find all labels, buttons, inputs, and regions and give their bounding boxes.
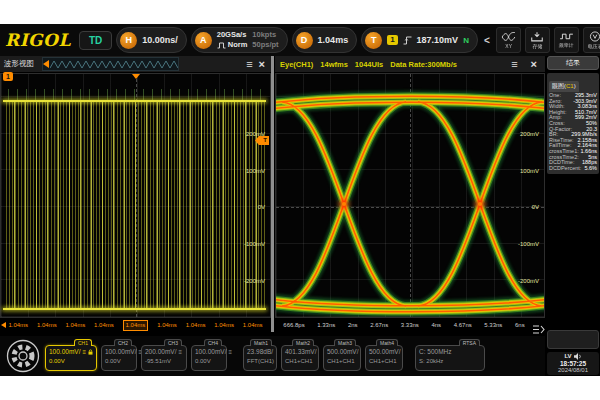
time-label-trigger[interactable]: 1.04ms [123,320,149,331]
results-body: 眼图(C1) One:295.3mV Zero:-303.9mV Width:3… [547,73,599,174]
waveform-trace [4,101,265,309]
math-tile-math4[interactable]: Math4 500.00mV/ CH1+CH1 [365,345,403,371]
eye-time-label: 2ns [348,322,358,328]
gear-icon [6,339,40,373]
eye-time-label: 4ns [431,322,441,328]
trigger-level-value: 187.10mV [417,35,459,45]
eye-time-label: 666.8ps [283,322,304,328]
wave-vlabel: 100mV [246,168,265,175]
memory-depth: 10kpts [252,30,278,40]
math-tile-math2[interactable]: Math2 401.33mV/ CH1+CH1 [281,345,319,371]
channel-tile-ch3[interactable]: CH3 200.00mV/≡ -95.51mV [141,345,187,371]
results-tab-eye[interactable]: 眼图(C1) [549,81,579,92]
toolbar-button-xy[interactable]: XY [496,27,521,53]
math-tile-math1[interactable]: Math1 23.98dB/ FFT(CH1) [243,345,277,371]
toolbar-button-voltmeter[interactable]: 电压表 [583,27,600,53]
settings-gear-button[interactable] [5,338,41,374]
rigol-logo: RIGOL [5,30,71,50]
eye-menu-icon[interactable]: ≡ [508,58,520,70]
eye-data-rate: Data Rate:300Mb/s [390,60,457,69]
save-icon [530,31,544,42]
trigger-pill[interactable]: T 1 187.10mV N [361,27,478,53]
eye-diagram-grid[interactable]: 200mV 100mV 0V -100mV -200mV [275,73,545,318]
time-label: 1.04ms [243,322,263,328]
eye-time-label: 6ns [515,322,525,328]
eye-panel-header: Eye(CH1) 14wfms 1044UIs Data Rate:300Mb/… [275,56,545,73]
toolbar-button-storage[interactable]: 存储 [525,27,550,53]
time-label: 1.04ms [214,322,234,328]
bottom-channel-bar: CH1 100.00mV/≡ 0.00V CH2 100.00mV/≡ 0.00… [0,336,545,376]
xy-icon [501,32,516,42]
time-label: 1.04ms [8,322,28,328]
wave-vlabel: 0V [258,204,265,211]
waveform-noise [4,89,265,100]
lock-icon [88,349,93,355]
waveform-menu-icon[interactable]: ≡ [243,58,255,70]
eye-time-label: 2.67ns [370,322,388,328]
eye-uis: 1044UIs [355,60,383,69]
channel-tile-ch1[interactable]: CH1 100.00mV/≡ 0.00V [45,345,97,371]
bw-limit-icon: ≡ [228,349,232,355]
channel1-tag[interactable]: 1 [3,72,13,81]
timebase-preview-strip[interactable] [42,57,179,71]
toolbar-prev-arrow[interactable]: < [482,35,492,46]
eye-time-label: 4.67ns [454,322,472,328]
trigger-mode-badge[interactable]: TD [79,31,112,50]
speaker-icon [574,353,582,360]
time-label: 1.04ms [66,322,86,328]
expand-menu-icon [532,325,545,334]
eye-vlabel: 200mV [520,131,539,138]
results-panel: 结果 眼图(C1) One:295.3mV Zero:-303.9mV Widt… [547,56,599,174]
preview-left-arrow-icon [43,60,49,68]
waveform-close-icon[interactable]: × [256,58,268,70]
eye-vlabel: 100mV [520,168,539,175]
results-header[interactable]: 结果 [547,56,599,70]
rising-edge-icon [403,36,412,45]
time-label: 1.04ms [186,322,206,328]
eye-wfms: 14wfms [320,60,348,69]
waveform-bottom-rail [3,308,266,310]
wave-vlabel: -200mV [244,278,265,285]
bw-limit-icon: ≡ [82,349,86,355]
eye-vlabel: -100mV [518,241,539,248]
clock-time: 18:57:25 [560,360,586,367]
eye-time-label: 5.33ns [484,322,502,328]
sample-rate: 20GSa/s [217,30,248,40]
acquisition-pill[interactable]: A 20GSa/s Norm 10kpts 50ps/pt [191,27,288,53]
result-row: DCDPercent:5.6% [549,166,597,172]
trigger-position-marker[interactable] [132,74,140,79]
waveform-view-header: 波形视图 ≡ × [0,56,272,73]
math-tile-math3[interactable]: Math3 500.00mV/ CH1+CH1 [323,345,361,371]
clock-tile[interactable]: LV 18:57:25 2024/08/01 [547,352,599,375]
channel-tile-ch4[interactable]: CH4 100.00mV/≡ 0.00V [191,345,227,371]
preview-waveform-icon [50,59,178,70]
a-knob-button[interactable]: A [195,32,212,49]
waveform-grid[interactable]: 1 T 200mV 100mV 0V -100mV -200mV [0,73,271,318]
delay-value: 1.04ms [318,35,349,45]
acq-edge-icon [217,42,226,49]
voltmeter-icon [589,31,600,42]
side-blank-button[interactable] [547,330,599,349]
toolbar-button-freq-counter[interactable]: 频率计 [554,27,579,53]
eye-time-axis: 666.8ps 1.33ns 2ns 2.67ns 3.33ns 4ns 4.6… [275,318,545,332]
time-label: 1.04ms [157,322,177,328]
waveform-time-axis: 1.04ms 1.04ms 1.04ms 1.04ms 1.04ms 1.04m… [0,318,271,332]
rtsa-tile[interactable]: RTSA C: 500MHz S: 20kHz [415,345,485,371]
eye-close-icon[interactable]: × [528,58,540,70]
frequency-counter-icon [559,31,574,41]
delay-pill[interactable]: D 1.04ms [292,27,358,53]
time-label: 1.04ms [94,322,114,328]
horizontal-scale-pill[interactable]: H 10.00ns/ [116,27,187,53]
panel-splitter[interactable] [271,56,274,332]
channel-tile-ch2[interactable]: CH2 100.00mV/≡ 0.00V [101,345,137,371]
top-toolbar: RIGOL TD H 10.00ns/ A 20GSa/s Norm 10kpt… [0,24,600,56]
eye-time-label: 3.33ns [401,322,419,328]
wave-vlabel: -100mV [244,241,265,248]
eye-time-label: 1.33ns [317,322,335,328]
d-knob-button[interactable]: D [296,32,313,49]
oscilloscope-screen: RIGOL TD H 10.00ns/ A 20GSa/s Norm 10kpt… [0,24,600,376]
t-knob-button[interactable]: T [365,32,382,49]
h-knob-button[interactable]: H [120,32,137,49]
eye-title: Eye(CH1) [280,60,313,69]
trigger-flag: N [463,36,469,45]
